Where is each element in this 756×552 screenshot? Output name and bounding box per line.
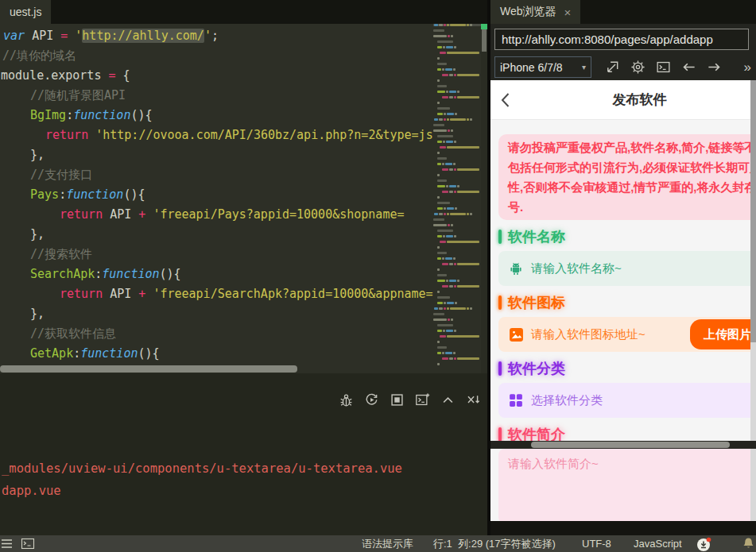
code-text: var API = 'http://ahlly.com/';//填你的域名mod…: [0, 26, 433, 364]
minimap-row: [433, 196, 481, 199]
editor-horizontal-scrollbar[interactable]: [0, 365, 433, 373]
console-toolbar: [339, 392, 481, 407]
code-line: return API + 'freeapi/SearchApk?appid=10…: [0, 284, 433, 304]
section-app-category-title: 软件分类: [498, 358, 756, 378]
browser-tool-row: iPhone 6/7/8 ▾: [494, 56, 753, 78]
minimap-row: [433, 191, 481, 193]
app-category-placeholder: 选择软件分类: [531, 393, 603, 408]
minimap-row: [433, 35, 481, 37]
minimap-row: [433, 302, 481, 304]
scrollbar-change-mark: [481, 24, 487, 29]
terminal-icon[interactable]: [656, 60, 671, 75]
code-line: //随机背景图API: [0, 86, 433, 106]
console-file-link[interactable]: dapp.vue: [2, 480, 402, 502]
code-line: Pays:function(){: [0, 185, 433, 205]
forward-arrow-icon[interactable]: [707, 60, 722, 75]
minimap-row: [433, 252, 481, 254]
preview-horizontal-scrollbar[interactable]: [490, 441, 756, 449]
minimap-row: [433, 157, 481, 160]
stop-icon[interactable]: [390, 392, 405, 407]
minimap-row: [433, 296, 481, 299]
editor-vertical-scrollbar[interactable]: [481, 24, 487, 373]
minimap[interactable]: [433, 24, 481, 373]
minimap-row: [433, 135, 481, 137]
code-line: //搜索软件: [0, 245, 433, 264]
minimap-row: [433, 241, 481, 243]
editor-panel: uest.js var API = 'http://ahlly.com/';//…: [0, 0, 487, 535]
close-icon[interactable]: ×: [564, 6, 572, 19]
minimap-row: [433, 280, 481, 282]
minimap-row: [433, 213, 481, 215]
minimap-row: [433, 263, 481, 265]
android-icon: [508, 261, 524, 276]
app-category-field[interactable]: 选择软件分类: [498, 383, 756, 418]
minimap-row: [433, 102, 481, 104]
status-cursor-position[interactable]: 行:1 列:29 (17字符被选择): [433, 535, 556, 552]
editor-tabbar: uest.js: [0, 0, 487, 24]
console-file-link[interactable]: _modules/uview-ui/components/u-textarea/…: [2, 457, 402, 480]
ide-window: uest.js var API = 'http://ahlly.com/';//…: [0, 0, 756, 552]
status-encoding[interactable]: UTF-8: [582, 535, 611, 552]
back-arrow-icon[interactable]: [681, 60, 696, 75]
app-icon-field[interactable]: 请输入软件图标地址~上传图片: [498, 317, 756, 352]
minimap-row: [433, 24, 481, 26]
section-marker-bar: [498, 361, 502, 376]
update-download-icon[interactable]: [696, 537, 711, 552]
minimap-row: [433, 341, 481, 343]
new-terminal-icon[interactable]: [415, 392, 430, 407]
browser-tabbar: Web浏览器 ×: [490, 0, 756, 24]
device-select[interactable]: iPhone 6/7/8 ▾: [494, 56, 591, 78]
restart-icon[interactable]: [364, 392, 379, 407]
page-navbar: 发布软件: [490, 80, 756, 120]
minimap-row: [433, 335, 481, 338]
section-app-icon-title: 软件图标: [498, 292, 756, 312]
minimap-row: [433, 307, 481, 310]
minimap-row: [433, 291, 481, 293]
code-line: module.exports = {: [0, 66, 433, 86]
code-line: },: [0, 304, 433, 324]
app-intro-field[interactable]: 请输入软件简介~: [498, 449, 756, 521]
minimap-row: [433, 91, 481, 93]
minimap-row: [433, 41, 481, 43]
collapse-icon[interactable]: [440, 392, 456, 407]
minimap-row: [433, 129, 481, 132]
app-name-field[interactable]: 请输入软件名称~: [498, 251, 756, 286]
minimap-row: [433, 163, 481, 165]
code-line: //支付接口: [0, 165, 433, 185]
minimap-row: [433, 207, 481, 210]
preview-vertical-scrollbar[interactable]: [750, 80, 756, 521]
terminal-icon[interactable]: [21, 537, 35, 552]
code-editor[interactable]: var API = 'http://ahlly.com/';//填你的域名mod…: [0, 24, 487, 373]
preview-hscroll-thumb[interactable]: [531, 442, 730, 448]
upload-image-button[interactable]: 上传图片: [690, 319, 756, 349]
tab-request-js[interactable]: uest.js: [0, 0, 51, 24]
clear-icon[interactable]: [466, 392, 481, 407]
editor-vscroll-thumb[interactable]: [482, 29, 487, 52]
page-title: 发布软件: [490, 80, 756, 119]
code-line: },: [0, 225, 433, 245]
menu-icon[interactable]: [2, 538, 14, 551]
notification-bell-icon[interactable]: [742, 537, 754, 552]
minimap-row: [433, 218, 481, 221]
debug-bug-icon[interactable]: [339, 392, 354, 407]
minimap-row: [433, 57, 481, 60]
minimap-row: [433, 357, 481, 360]
editor-hscroll-thumb[interactable]: [0, 365, 297, 373]
minimap-row: [433, 174, 481, 176]
undock-icon[interactable]: [605, 60, 620, 75]
minimap-row: [433, 118, 481, 121]
status-bar: 语法提示库行:1 列:29 (17字符被选择)UTF-8JavaScript: [0, 535, 756, 552]
minimap-row: [433, 235, 481, 237]
url-input[interactable]: [494, 29, 749, 50]
more-chevrons-icon[interactable]: »: [744, 60, 753, 75]
preview-vscroll-thumb[interactable]: [750, 80, 756, 342]
settings-gear-icon[interactable]: [630, 60, 646, 75]
code-line: GetApk:function(){: [0, 344, 433, 364]
tab-web-browser[interactable]: Web浏览器 ×: [490, 0, 580, 24]
code-line: BgImg:function(){: [0, 106, 433, 125]
console-panel: _modules/uview-ui/components/u-textarea/…: [0, 373, 487, 535]
app-name-placeholder: 请输入软件名称~: [531, 261, 622, 276]
status-syntax-lib[interactable]: 语法提示库: [362, 535, 413, 552]
console-output: _modules/uview-ui/components/u-textarea/…: [2, 457, 402, 502]
status-language-mode[interactable]: JavaScript: [634, 535, 682, 552]
